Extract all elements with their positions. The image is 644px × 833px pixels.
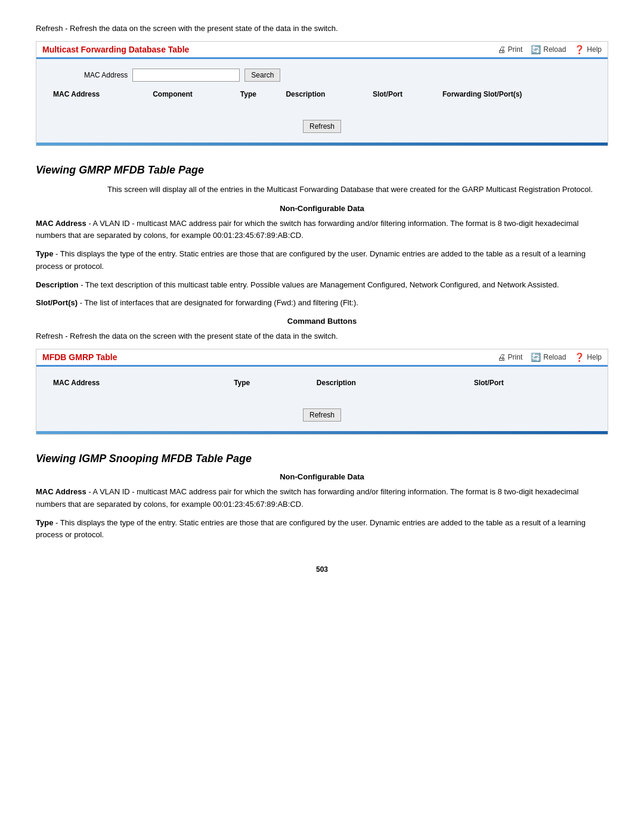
panel2-body: MAC Address Type Description Slot/Port R…	[36, 367, 608, 431]
intro-refresh-text: Refresh - Refresh the data on the screen…	[36, 24, 608, 33]
igmp-mac-address-field: MAC Address - A VLAN ID - multicast MAC …	[36, 486, 608, 511]
search-row: MAC Address Search	[48, 69, 596, 82]
panel2-reload-label: Reload	[543, 353, 566, 361]
panel2-print-icon	[497, 352, 506, 362]
gmrp-type-field: Type - This displays the type of the ent…	[36, 248, 608, 273]
gmrp-command-buttons-title: Command Buttons	[36, 317, 608, 326]
col-description: Description	[281, 88, 368, 101]
panel1-help-button[interactable]: Help	[574, 45, 602, 54]
table2-empty-row	[48, 389, 596, 402]
reload-icon	[531, 45, 541, 54]
gmrp-mac-address-field: MAC Address - A VLAN ID - multicast MAC …	[36, 218, 608, 243]
panel2-title: MFDB GMRP Table	[42, 352, 117, 362]
panel2-refresh-row: Refresh	[48, 408, 596, 422]
panel1-footer-bar	[36, 143, 608, 145]
panel2-table: MAC Address Type Description Slot/Port	[48, 376, 596, 402]
panel1-reload-button[interactable]: Reload	[531, 45, 566, 54]
gmrp-slot-port-field: Slot/Port(s) - The list of interfaces th…	[36, 297, 608, 309]
panel2-print-button[interactable]: Print	[497, 352, 523, 362]
gmrp-description-field: Description - The text description of th…	[36, 279, 608, 292]
panel1-body: MAC Address Search MAC Address Component…	[36, 59, 608, 143]
gmrp-mac-address-bold: MAC Address	[36, 219, 86, 228]
gmrp-section-title: Viewing GMRP MFDB Table Page	[36, 164, 608, 176]
col-slot-port: Slot/Port	[368, 88, 438, 101]
panel2-reload-button[interactable]: Reload	[531, 352, 566, 362]
panel2-reload-icon	[531, 352, 541, 362]
col-component: Component	[148, 88, 236, 101]
col2-type: Type	[229, 376, 312, 389]
page-content: Refresh - Refresh the data on the screen…	[36, 24, 608, 574]
panel2-footer-bar	[36, 431, 608, 434]
gmrp-type-bold: Type	[36, 249, 53, 258]
table-empty-row	[48, 101, 596, 114]
panel1-header: Multicast Forwarding Database Table Prin…	[36, 42, 608, 59]
igmp-type-bold: Type	[36, 518, 53, 527]
panel1-print-button[interactable]: Print	[497, 45, 523, 54]
multicast-forwarding-panel: Multicast Forwarding Database Table Prin…	[36, 41, 608, 146]
col-type: Type	[236, 88, 281, 101]
panel1-table: MAC Address Component Type Description S…	[48, 88, 596, 114]
search-button[interactable]: Search	[244, 69, 280, 82]
help-icon	[574, 45, 584, 54]
gmrp-refresh-description: Refresh - Refresh the data on the screen…	[36, 330, 608, 343]
igmp-non-configurable-title: Non-Configurable Data	[36, 472, 608, 481]
igmp-mac-address-bold: MAC Address	[36, 487, 86, 496]
panel2-refresh-button[interactable]: Refresh	[303, 408, 341, 422]
col-mac-address: MAC Address	[48, 88, 148, 101]
col2-description: Description	[312, 376, 469, 389]
panel1-help-label: Help	[587, 45, 602, 54]
col2-mac-address: MAC Address	[48, 376, 229, 389]
page-number: 503	[36, 565, 608, 574]
panel2-help-label: Help	[587, 353, 602, 361]
panel1-refresh-row: Refresh	[48, 120, 596, 133]
panel1-reload-label: Reload	[543, 45, 566, 54]
panel2-help-icon	[574, 352, 584, 362]
col2-slot-port: Slot/Port	[469, 376, 596, 389]
panel1-print-label: Print	[508, 45, 523, 54]
gmrp-slot-port-bold: Slot/Port(s)	[36, 298, 78, 307]
gmrp-description: This screen will display all of the entr…	[107, 184, 608, 196]
panel1-actions: Print Reload Help	[497, 45, 602, 54]
gmrp-non-configurable-title: Non-Configurable Data	[36, 204, 608, 213]
panel2-help-button[interactable]: Help	[574, 352, 602, 362]
panel2-column-headers: MAC Address Type Description Slot/Port	[48, 376, 596, 389]
panel2-print-label: Print	[508, 353, 523, 361]
mfdb-gmrp-panel: MFDB GMRP Table Print Reload Help	[36, 349, 608, 435]
print-icon	[497, 45, 506, 54]
panel1-column-headers: MAC Address Component Type Description S…	[48, 88, 596, 101]
col-forwarding-slot-port: Forwarding Slot/Port(s)	[438, 88, 596, 101]
panel2-header: MFDB GMRP Table Print Reload Help	[36, 349, 608, 367]
igmp-section-title: Viewing IGMP Snooping MFDB Table Page	[36, 453, 608, 465]
panel2-actions: Print Reload Help	[497, 352, 602, 362]
panel1-refresh-button[interactable]: Refresh	[303, 120, 341, 133]
mac-address-search-input[interactable]	[132, 69, 240, 82]
panel1-title: Multicast Forwarding Database Table	[42, 45, 189, 54]
igmp-type-field: Type - This displays the type of the ent…	[36, 517, 608, 542]
mac-address-label: MAC Address	[84, 71, 128, 79]
gmrp-description-bold: Description	[36, 280, 79, 289]
